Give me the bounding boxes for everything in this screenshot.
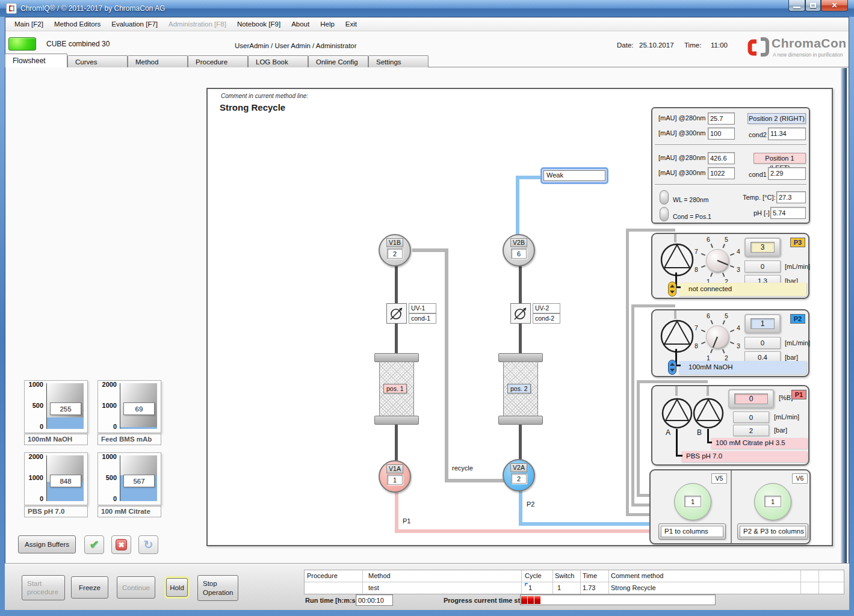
p1-flow-unit: [mL/min] xyxy=(774,413,799,420)
cell-time: 1.73 xyxy=(583,584,595,591)
progress-label: Progress current time step: xyxy=(444,597,530,604)
procedure-status-table: Procedure Method Cycle Switch Time Comme… xyxy=(304,570,844,594)
maximize-button[interactable] xyxy=(805,0,821,11)
p2-buffer-toggle[interactable] xyxy=(668,360,676,375)
valve-v2b-label: V2B xyxy=(510,238,527,247)
position1-badge[interactable]: Position 1 (LEFT) xyxy=(753,153,806,164)
pump-p1-panel: A B 0 [%B] P1 0 [mL/min] 2 [bar] 100 mM … xyxy=(651,385,809,466)
valve-v5-position: 1 xyxy=(684,496,701,507)
cell-method: test xyxy=(368,584,379,591)
valve-v2b[interactable]: V2B 6 xyxy=(503,234,535,266)
v5-route-button[interactable]: P1 to columns xyxy=(658,523,726,540)
column1-position-label: pos. 1 xyxy=(383,384,407,393)
pipe-p2-horizontal xyxy=(519,522,651,526)
date-value: 25.10.2017 xyxy=(639,42,674,49)
p2-pressure-unit: [bar] xyxy=(785,354,798,361)
position2-badge[interactable]: Position 2 (RIGHT) xyxy=(747,113,806,124)
p2-flow-unit: [mL/min] xyxy=(785,339,810,346)
p2-position-dial[interactable]: 12 34 56 78 xyxy=(691,310,744,363)
p3-flow-unit: [mL/min] xyxy=(785,263,810,270)
v6-route-button[interactable]: P2 & P3 to columns xyxy=(737,523,808,540)
pipe-p1-supply-vertical xyxy=(637,380,640,497)
menu-notebook[interactable]: Notebook [F9] xyxy=(232,19,286,29)
time-value: 11:00 xyxy=(711,42,728,49)
ph-value: 5.74 xyxy=(770,207,806,219)
col-method: Method xyxy=(368,572,391,579)
user-info: UserAdmin / User Admin / Administrator xyxy=(235,42,357,49)
p1-buffer-b-strip: 100 mM Citrate pH 3.5 xyxy=(711,438,807,449)
column2-position-label: pos. 2 xyxy=(507,384,531,393)
uv2-detector-icon xyxy=(510,303,531,324)
confirm-button[interactable]: ✔ xyxy=(84,535,104,554)
refresh-button[interactable]: ↻ xyxy=(138,535,158,554)
pump-b-label: B xyxy=(697,428,702,437)
close-button[interactable]: ✕ xyxy=(821,0,848,11)
flowsheet-canvas: Comment in current method line: Strong R… xyxy=(206,88,833,546)
p1-pressure-unit: [bar] xyxy=(774,427,787,434)
pipe-p1-supply-top xyxy=(637,380,708,383)
mau280-left-label: [mAU] @280nm xyxy=(658,154,705,161)
device-name: CUBE combined 30 xyxy=(46,40,110,48)
tab-online-config[interactable]: Online Config xyxy=(308,55,368,67)
menu-bar: Main [F2] Method Editors Evaluation [F7]… xyxy=(5,17,849,31)
menu-about[interactable]: About xyxy=(286,19,315,29)
p1b-outlet-line xyxy=(707,442,712,443)
brand-tagline: A new dimension in purification xyxy=(773,52,843,58)
date-label: Date: xyxy=(617,42,634,49)
p3-position-dial[interactable]: 12 34 56 78 xyxy=(691,234,744,287)
cancel-icon: ✖ xyxy=(116,539,127,550)
p3-flow-value: 0 xyxy=(744,260,781,273)
uv1-label: UV-1 xyxy=(409,303,436,313)
menu-main[interactable]: Main [F2] xyxy=(9,19,49,29)
window-title: ChromIQ® / © 2011-2017 by ChromaCon AG xyxy=(20,4,165,13)
uv1-detector-icon xyxy=(386,303,407,324)
cond2-field-label: cond2 xyxy=(749,131,767,138)
p1-flow-value: 0 xyxy=(733,411,769,423)
title-bar: ChromIQ® / © 2011-2017 by ChromaCon AG xyxy=(0,0,854,17)
col-procedure: Procedure xyxy=(307,572,338,579)
menu-administration: Administration [F8] xyxy=(163,19,232,29)
gauge-citrate-label: 100 mM Citrate xyxy=(97,506,161,517)
checkmark-icon: ✔ xyxy=(90,538,99,552)
outlet-valves-panel: V5 1 P1 to columns V6 1 P2 & P3 to colum… xyxy=(649,469,811,544)
valve-v5-label: V5 xyxy=(711,473,727,484)
menu-help[interactable]: Help xyxy=(315,19,340,29)
p3-buffer-toggle[interactable] xyxy=(668,282,676,297)
cancel-button[interactable]: ✖ xyxy=(111,535,131,554)
minimize-button[interactable] xyxy=(788,0,805,11)
weak-outlet-label: Weak xyxy=(543,170,605,181)
valve-v1b[interactable]: V1B 2 xyxy=(379,234,411,266)
tab-method[interactable]: Method xyxy=(128,55,188,67)
mau300-left-value: 1022 xyxy=(708,167,735,179)
p3-buffer-strip: not connected xyxy=(679,283,806,296)
panel-separator xyxy=(655,144,806,146)
tab-procedure[interactable]: Procedure xyxy=(188,55,248,67)
tab-settings[interactable]: Settings xyxy=(368,55,429,67)
pipe-p2-supply-vertical xyxy=(631,304,634,507)
tab-curves[interactable]: Curves xyxy=(67,55,128,67)
wavelength-toggle[interactable] xyxy=(660,190,669,205)
progress-segment xyxy=(528,596,534,604)
hold-button[interactable]: Hold xyxy=(166,578,188,597)
p1-buffer-a-strip: PBS pH 7.0 xyxy=(681,451,807,462)
cond1-field-label: cond1 xyxy=(749,171,767,178)
cond-source-toggle[interactable] xyxy=(660,207,669,221)
menu-exit[interactable]: Exit xyxy=(340,19,362,29)
temp-label: Temp. [°C]: xyxy=(743,194,776,201)
tab-log-book[interactable]: LOG Book xyxy=(248,55,308,67)
freeze-button[interactable]: Freeze xyxy=(71,576,108,599)
valve-v1a[interactable]: V1A 1 xyxy=(379,460,411,493)
col-time: Time xyxy=(583,572,597,579)
detector-panel: [mAU] @280nm 25.7 Position 2 (RIGHT) [mA… xyxy=(651,107,810,224)
menu-evaluation[interactable]: Evaluation [F7] xyxy=(106,19,163,29)
cell-switch: 1 xyxy=(557,584,561,591)
pipe-weak-vertical xyxy=(516,176,519,236)
gauge-value: 255 xyxy=(50,402,81,415)
stop-operation-button[interactable]: Stop Operation xyxy=(197,575,238,601)
valve-v2a[interactable]: V2A 2 xyxy=(503,459,535,491)
assign-buffers-button[interactable]: Assign Buffers xyxy=(18,535,76,553)
pipe-p2-supply-top xyxy=(631,304,675,307)
menu-method-editors[interactable]: Method Editors xyxy=(49,19,106,29)
tab-flowsheet[interactable]: Flowsheet xyxy=(5,54,67,67)
weak-outlet-box[interactable]: Weak xyxy=(540,167,608,184)
